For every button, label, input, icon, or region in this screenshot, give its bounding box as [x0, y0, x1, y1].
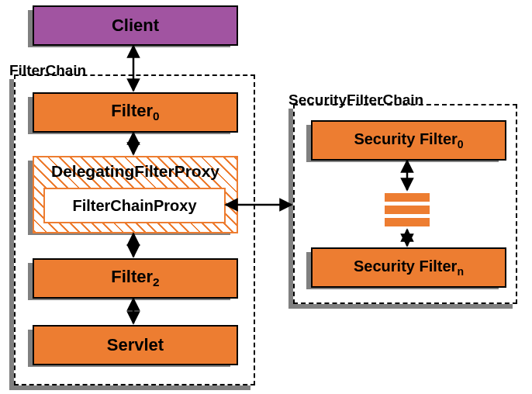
servlet-label: Servlet — [107, 335, 164, 355]
securityfilterchain-title: SecurityFilterChain — [288, 92, 423, 109]
filterchain-title: FilterChain — [9, 62, 86, 79]
filterchain-proxy-box: FilterChainProxy — [43, 188, 226, 223]
filter2-box: Filter2 — [33, 258, 238, 299]
security-filtern-label: Security Filtern — [354, 257, 464, 278]
filter0-label: Filter0 — [111, 101, 159, 123]
filterchain-proxy-label: FilterChainProxy — [72, 197, 196, 215]
security-filtern-box: Security Filtern — [311, 247, 506, 288]
filter0-box: Filter0 — [33, 92, 238, 133]
stack-icon — [385, 193, 430, 226]
security-filter0-box: Security Filter0 — [311, 120, 506, 161]
delegating-filter-proxy-label: DelegatingFilterProxy — [51, 162, 219, 181]
security-filter0-label: Security Filter0 — [354, 130, 463, 150]
filter2-label: Filter2 — [111, 267, 159, 289]
client-box: Client — [33, 5, 238, 46]
client-label: Client — [112, 16, 159, 36]
servlet-box: Servlet — [33, 325, 238, 365]
